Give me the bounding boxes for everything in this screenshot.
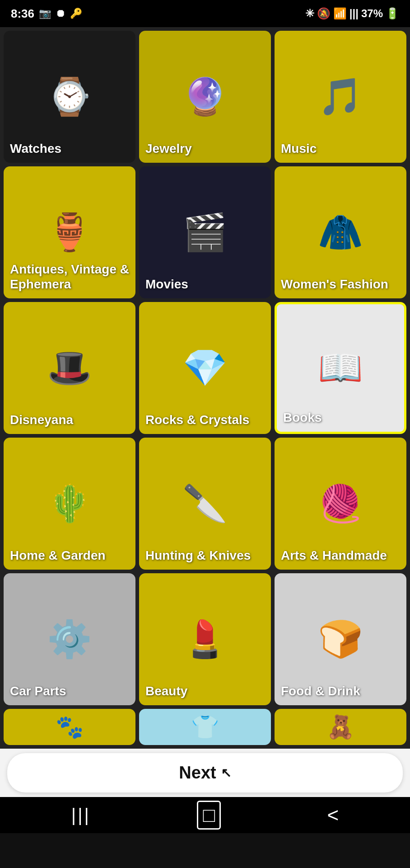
signal-icon: ||| — [349, 7, 359, 20]
status-left: 8:36 📷 ⏺ 🔑 — [11, 7, 82, 21]
card-label-music: Music — [275, 136, 323, 163]
card-label-rocks: Rocks & Crystals — [139, 407, 256, 434]
category-card-beauty[interactable]: 💄Beauty — [139, 573, 271, 705]
category-card-arts[interactable]: 🧶Arts & Handmade — [275, 438, 406, 570]
category-card-hunting[interactable]: 🔪Hunting & Knives — [139, 438, 271, 570]
nav-back-icon[interactable]: < — [327, 804, 339, 826]
category-card-womens[interactable]: 🧥Women's Fashion — [275, 166, 406, 298]
partial-card-babyclothes[interactable]: 👕 — [139, 709, 271, 745]
partial-row: 🐾👕🧸 — [0, 709, 410, 749]
mute-icon: 🔕 — [317, 7, 331, 20]
category-card-music[interactable]: 🎵Music — [275, 31, 406, 163]
card-label-watches: Watches — [4, 136, 68, 163]
card-label-disneyana: Disneyana — [4, 407, 79, 434]
card-label-arts: Arts & Handmade — [275, 542, 393, 570]
camera-icon: 📷 — [39, 8, 51, 19]
card-label-beauty: Beauty — [139, 678, 194, 705]
card-label-home: Home & Garden — [4, 542, 112, 570]
category-card-food[interactable]: 🍞Food & Drink — [275, 573, 406, 705]
battery-display: 37% — [361, 7, 383, 20]
card-label-carparts: Car Parts — [4, 678, 73, 705]
card-label-jewelry: Jewelry — [139, 136, 198, 163]
category-card-antiques[interactable]: 🏺Antiques, Vintage & Ephemera — [4, 166, 135, 298]
nav-home-icon[interactable]: □ — [197, 801, 221, 830]
bluetooth-icon: ✳ — [305, 7, 314, 20]
wifi-icon: 📶 — [333, 7, 347, 20]
category-card-disneyana[interactable]: 🎩Disneyana — [4, 302, 135, 434]
category-card-home[interactable]: 🌵Home & Garden — [4, 438, 135, 570]
cursor-icon: ↖ — [221, 765, 231, 780]
card-label-womens: Women's Fashion — [275, 271, 395, 298]
category-card-watches[interactable]: ⌚Watches — [4, 31, 135, 163]
status-bar: 8:36 📷 ⏺ 🔑 ✳ 🔕 📶 ||| 37% 🔋 — [0, 0, 410, 27]
partial-card-collectibles[interactable]: 🧸 — [275, 709, 406, 745]
category-card-carparts[interactable]: ⚙️Car Parts — [4, 573, 135, 705]
card-label-movies: Movies — [139, 271, 195, 298]
card-label-books: Books — [277, 405, 328, 432]
next-button[interactable]: Next ↖ — [7, 753, 403, 793]
category-card-movies[interactable]: 🎬Movies — [139, 166, 271, 298]
time-display: 8:36 — [11, 7, 34, 21]
key-icon: 🔑 — [70, 8, 82, 19]
card-label-antiques: Antiques, Vintage & Ephemera — [4, 256, 135, 298]
card-label-hunting: Hunting & Knives — [139, 542, 257, 570]
record-icon: ⏺ — [56, 8, 65, 19]
category-grid: ⌚Watches🔮Jewelry🎵Music🏺Antiques, Vintage… — [0, 27, 410, 709]
battery-icon: 🔋 — [386, 7, 399, 20]
next-button-area: Next ↖ — [0, 749, 410, 797]
card-label-food: Food & Drink — [275, 678, 367, 705]
next-button-label: Next — [179, 763, 216, 783]
nav-menu-icon[interactable]: ||| — [71, 805, 91, 826]
category-card-rocks[interactable]: 💎Rocks & Crystals — [139, 302, 271, 434]
nav-bar: ||| □ < — [0, 797, 410, 833]
category-card-books[interactable]: 📖Books — [275, 302, 406, 434]
category-card-jewelry[interactable]: 🔮Jewelry — [139, 31, 271, 163]
status-right: ✳ 🔕 📶 ||| 37% 🔋 — [305, 7, 399, 20]
partial-card-petfood[interactable]: 🐾 — [4, 709, 135, 745]
